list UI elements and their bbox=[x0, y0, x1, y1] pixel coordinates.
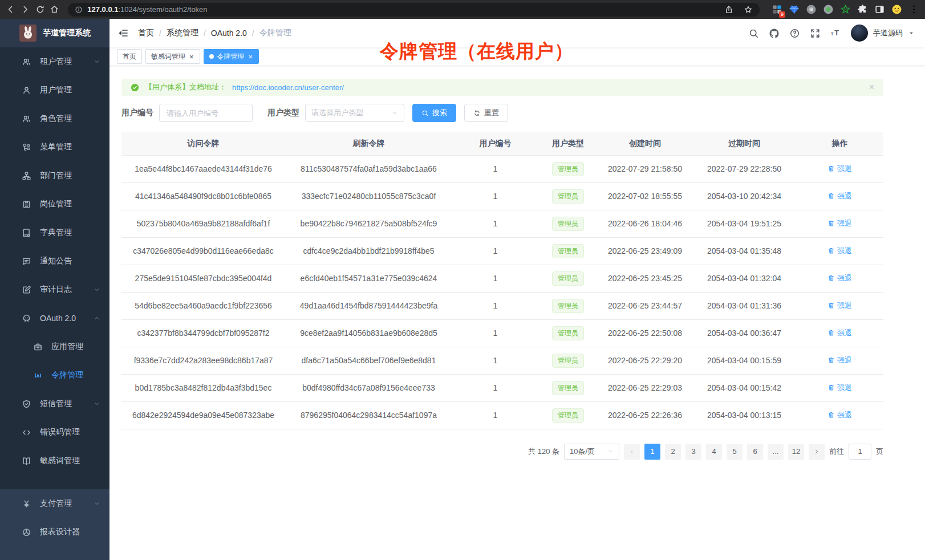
extensions-puzzle-icon[interactable] bbox=[857, 4, 868, 15]
sidebar-item-notice[interactable]: 通知公告 bbox=[0, 247, 109, 275]
force-logout-label: 强退 bbox=[837, 246, 852, 256]
extension-cmd-icon[interactable] bbox=[806, 4, 817, 15]
actions-cell: 强退 bbox=[796, 319, 883, 347]
breadcrumb-item-home[interactable]: 首页 bbox=[138, 28, 154, 38]
reset-button[interactable]: 重置 bbox=[464, 104, 508, 122]
force-logout-button[interactable]: 强退 bbox=[827, 383, 852, 393]
force-logout-button[interactable]: 强退 bbox=[827, 218, 852, 229]
pager-ellipsis[interactable]: ... bbox=[768, 444, 784, 460]
extension-grid-icon[interactable]: 9 bbox=[772, 4, 782, 15]
user-id-input[interactable] bbox=[159, 104, 253, 122]
breadcrumb-item-oauth2[interactable]: OAuth 2.0 bbox=[211, 29, 247, 38]
avatar[interactable] bbox=[851, 25, 868, 42]
share-icon[interactable] bbox=[724, 5, 733, 14]
reload-icon[interactable] bbox=[35, 5, 45, 14]
sidebar-header[interactable]: 芋道管理系统 bbox=[0, 19, 109, 47]
extension-gem-icon[interactable] bbox=[789, 4, 800, 15]
help-icon[interactable] bbox=[789, 28, 800, 39]
expire-time-cell: 2054-03-04 00:36:47 bbox=[692, 319, 796, 347]
user-name[interactable]: 芋道源码 bbox=[873, 28, 903, 38]
access-token-cell: 1ea5e44f8bc1467aaede43144f31de76 bbox=[121, 155, 285, 182]
sidebar-item-error-code[interactable]: 错误码管理 bbox=[0, 418, 109, 447]
bookmark-star-icon[interactable] bbox=[744, 5, 753, 14]
sidebar-item-pay[interactable]: 支付管理 bbox=[0, 489, 109, 518]
signal-icon bbox=[33, 371, 43, 380]
page-size-select[interactable]: 10条/页 bbox=[564, 444, 619, 460]
success-icon bbox=[131, 83, 139, 92]
profile-avatar[interactable] bbox=[891, 4, 902, 15]
sidebar-item-role[interactable]: 角色管理 bbox=[0, 104, 109, 133]
force-logout-button[interactable]: 强退 bbox=[827, 301, 852, 311]
page-button-4[interactable]: 4 bbox=[706, 444, 722, 460]
sidebar-item-audit-log[interactable]: 审计日志 bbox=[0, 275, 109, 304]
sidebar-item-sensitive-word[interactable]: 敏感词管理 bbox=[0, 447, 109, 475]
home-icon[interactable] bbox=[50, 5, 59, 14]
extension-record-icon[interactable] bbox=[823, 4, 834, 15]
github-icon[interactable] bbox=[769, 28, 780, 39]
actions-cell: 强退 bbox=[796, 182, 883, 210]
trash-icon bbox=[827, 411, 835, 419]
sidebar-item-oauth2-token[interactable]: 令牌管理 bbox=[0, 361, 109, 389]
alert-link[interactable]: https://doc.iocoder.cn/user-center/ bbox=[232, 83, 344, 92]
sidebar-item-dict[interactable]: 字典管理 bbox=[0, 218, 109, 247]
sidebar-toggle-button[interactable] bbox=[117, 27, 129, 39]
user-type-badge: 管理员 bbox=[552, 326, 584, 340]
back-icon[interactable] bbox=[6, 5, 15, 14]
sidebar-item-oauth2-app[interactable]: 应用管理 bbox=[0, 332, 109, 361]
search-icon[interactable] bbox=[748, 28, 759, 39]
column-header-refresh-token: 刷新令牌 bbox=[285, 132, 452, 155]
search-button[interactable]: 搜索 bbox=[412, 104, 456, 122]
chart-icon bbox=[22, 527, 31, 537]
tab-home[interactable]: 首页 bbox=[117, 49, 142, 64]
sidebar-item-oauth2[interactable]: OAuth 2.0 bbox=[0, 304, 109, 332]
address-bar[interactable]: 127.0.0.1:1024/system/oauth2/token bbox=[68, 3, 760, 17]
trash-icon bbox=[827, 165, 835, 172]
sidebar-item-post[interactable]: 岗位管理 bbox=[0, 190, 109, 218]
browser-menu-icon[interactable] bbox=[908, 4, 919, 15]
page-button-12[interactable]: 12 bbox=[788, 444, 804, 460]
force-logout-button[interactable]: 强退 bbox=[827, 273, 852, 283]
font-size-icon[interactable]: TT bbox=[830, 28, 841, 39]
breadcrumb-item-system[interactable]: 系统管理 bbox=[167, 28, 198, 38]
chevron-left-icon bbox=[628, 448, 635, 455]
force-logout-button[interactable]: 强退 bbox=[827, 355, 852, 366]
access-token-cell: b0d1785bc3a8482f812db4a3f3bd15ec bbox=[121, 374, 285, 401]
sidebar-item-dept[interactable]: 部门管理 bbox=[0, 161, 109, 190]
extension-star-icon[interactable] bbox=[840, 4, 851, 15]
sidebar-item-menu[interactable]: 菜单管理 bbox=[0, 133, 109, 161]
tab-token[interactable]: 令牌管理× bbox=[204, 49, 259, 64]
page-button-6[interactable]: 6 bbox=[747, 444, 763, 460]
sidebar-item-tenant[interactable]: 租户管理 bbox=[0, 47, 109, 76]
sidebar-item-sms[interactable]: 短信管理 bbox=[0, 389, 109, 418]
close-icon[interactable]: × bbox=[248, 53, 254, 60]
prev-page-button[interactable] bbox=[624, 444, 640, 460]
page-button-1[interactable]: 1 bbox=[644, 444, 660, 460]
page-button-3[interactable]: 3 bbox=[685, 444, 701, 460]
goto-page-input[interactable] bbox=[849, 444, 871, 460]
sidebar-item-user[interactable]: 用户管理 bbox=[0, 76, 109, 104]
tab-sensitive-word[interactable]: 敏感词管理× bbox=[145, 49, 200, 64]
caret-down-icon[interactable] bbox=[908, 30, 915, 36]
chevron-up-icon bbox=[94, 315, 100, 322]
user-type-label: 用户类型 bbox=[267, 108, 299, 118]
create-time-cell: 2022-06-25 22:26:36 bbox=[598, 401, 692, 429]
refresh-token-cell: 8796295f04064c2983414cc54af1097a bbox=[285, 401, 452, 429]
fullscreen-icon[interactable] bbox=[810, 28, 821, 39]
close-icon[interactable]: × bbox=[189, 53, 194, 60]
forward-icon[interactable] bbox=[21, 5, 30, 14]
force-logout-button[interactable]: 强退 bbox=[827, 328, 852, 338]
site-info-icon[interactable] bbox=[75, 6, 83, 14]
chevron-down-icon bbox=[94, 500, 100, 507]
force-logout-button[interactable]: 强退 bbox=[827, 164, 852, 174]
close-icon[interactable]: × bbox=[869, 83, 874, 92]
next-page-button[interactable] bbox=[809, 444, 825, 460]
table-row: 275e5de9151045fe87cbdc395e004f4de6cfd40e… bbox=[121, 265, 883, 292]
force-logout-button[interactable]: 强退 bbox=[827, 246, 852, 256]
sidebar-item-report-designer[interactable]: 报表设计器 bbox=[0, 518, 109, 546]
page-button-2[interactable]: 2 bbox=[665, 444, 681, 460]
force-logout-button[interactable]: 强退 bbox=[827, 191, 852, 201]
force-logout-button[interactable]: 强退 bbox=[827, 410, 852, 420]
side-panel-icon[interactable] bbox=[874, 4, 885, 15]
page-button-5[interactable]: 5 bbox=[727, 444, 743, 460]
user-type-select[interactable]: 请选择用户类型 bbox=[305, 104, 404, 122]
